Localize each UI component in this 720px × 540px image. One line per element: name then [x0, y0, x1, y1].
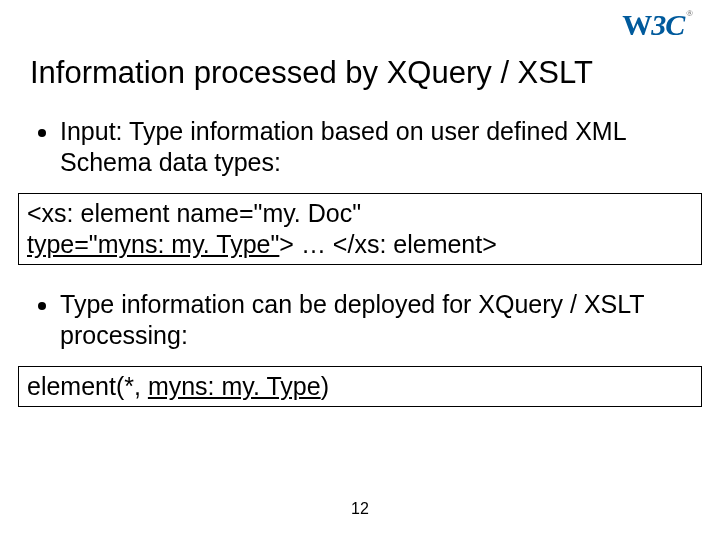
code-line: type="myns: my. Type"> … </xs: element>	[27, 229, 693, 260]
underlined-text: Type information	[60, 290, 245, 318]
bullet-item: Type information can be deployed for XQu…	[60, 289, 702, 352]
code-text: element(*,	[27, 372, 148, 400]
code-text: > … </xs: element>	[279, 230, 496, 258]
code-line: <xs: element name="my. Doc"	[27, 198, 693, 229]
bullet-list-2: Type information can be deployed for XQu…	[18, 289, 702, 352]
slide-title: Information processed by XQuery / XSLT	[0, 0, 720, 116]
code-box-2: element(*, myns: my. Type)	[18, 366, 702, 407]
slide-content: Input: Type information based on user de…	[0, 116, 720, 407]
code-underlined: type="myns: my. Type"	[27, 230, 279, 258]
code-box-1: <xs: element name="my. Doc" type="myns: …	[18, 193, 702, 266]
code-text: )	[321, 372, 329, 400]
bullet-item: Input: Type information based on user de…	[60, 116, 702, 179]
bullet-list-1: Input: Type information based on user de…	[18, 116, 702, 179]
page-number: 12	[0, 500, 720, 518]
w3c-logo: W3C®	[622, 8, 692, 42]
registered-mark: ®	[686, 8, 692, 18]
code-underlined: myns: my. Type	[148, 372, 321, 400]
